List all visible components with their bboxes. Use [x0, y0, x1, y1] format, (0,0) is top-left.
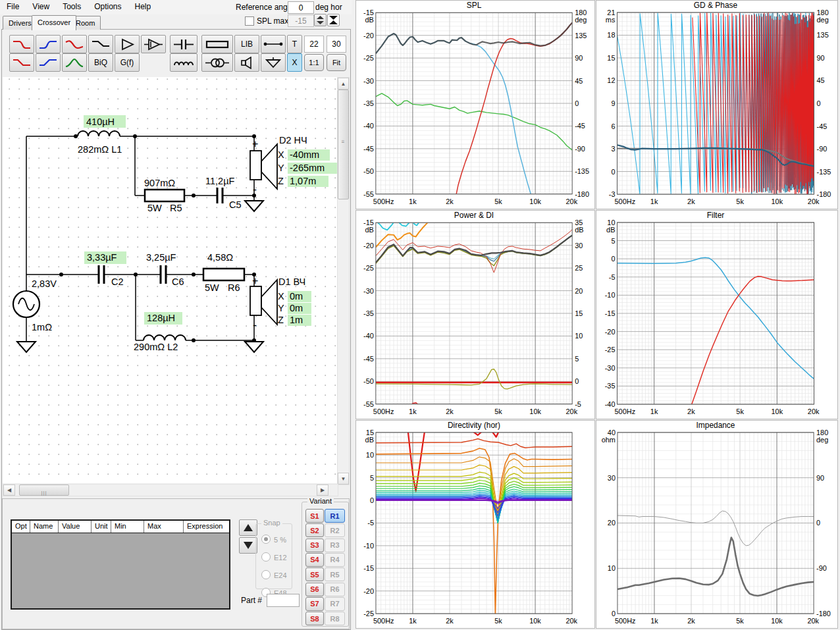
variant-s3-button[interactable]: S3	[305, 538, 324, 552]
tab-crossover[interactable]: Crossover	[32, 15, 76, 30]
variant-r1-button[interactable]: R1	[325, 509, 345, 523]
variant-s5-button[interactable]: S5	[305, 567, 324, 581]
variant-s4-button[interactable]: S4	[305, 553, 324, 567]
variant-s1-button[interactable]: S1	[305, 509, 324, 523]
highpass-button[interactable]	[36, 35, 61, 53]
schematic-vscrollbar[interactable]: ▲ ≡ ▼	[337, 77, 350, 485]
opamp-button[interactable]	[141, 35, 166, 53]
schematic-canvas[interactable]: 410µH 282mΩ L1 907mΩ 5W R5 11,2µF C5 + -…	[3, 77, 337, 483]
variant-r3-button[interactable]: R3	[325, 538, 345, 552]
biquad-button[interactable]: BiQ	[88, 53, 113, 72]
vscroll-thumb[interactable]: ≡	[338, 90, 349, 199]
left-tick: -35	[605, 382, 616, 390]
chart-title: Impedance	[696, 421, 735, 430]
d1-x-value: 0m	[290, 291, 303, 302]
resistor-r5[interactable]	[145, 190, 184, 201]
left-tick: 5	[611, 237, 615, 245]
spl-max-checkbox[interactable]	[245, 16, 254, 26]
zoom-1to1-button[interactable]: 1:1	[304, 54, 324, 71]
variant-s6-button[interactable]: S6	[305, 583, 324, 596]
x-tick: 5k	[736, 407, 744, 415]
reference-angle-input[interactable]	[288, 1, 314, 14]
d2-title: D2 НЧ	[279, 135, 307, 145]
driver-button[interactable]	[234, 53, 259, 72]
d2-y-label: Y	[278, 163, 284, 173]
delete-tool-button[interactable]: X	[287, 53, 302, 72]
inductor-button[interactable]	[170, 53, 197, 72]
move-down-button[interactable]	[239, 537, 257, 554]
x-tick: 10k	[772, 407, 783, 415]
component-table[interactable]: OptNameValueUnitMinMaxExpression	[11, 519, 230, 610]
snap-radio-5%[interactable]	[261, 535, 271, 544]
variant-r6-button[interactable]: R6	[325, 583, 345, 596]
left-tick: -10	[363, 542, 374, 550]
shelf-button[interactable]	[88, 35, 113, 53]
amplifier-button[interactable]	[115, 35, 140, 53]
variant-s8-button[interactable]: S8	[305, 612, 324, 625]
chart-title: GD & Phase	[694, 1, 738, 10]
voltage-source[interactable]	[13, 291, 39, 317]
peak-eq-button[interactable]	[62, 53, 87, 72]
left-tick: 9	[611, 99, 615, 107]
x-tick: 2k	[687, 617, 695, 625]
variant-r8-button[interactable]: R8	[325, 612, 345, 625]
scroll-right-button[interactable]: ▶	[317, 485, 328, 496]
left-tick: -15	[605, 309, 616, 317]
text-tool-button[interactable]: T	[287, 35, 302, 53]
chart-title: SPL	[467, 1, 482, 10]
x-tick: 20k	[565, 617, 577, 625]
d1-title: D1 ВЧ	[278, 276, 305, 287]
right-axis-unit: deg	[575, 16, 587, 24]
grid-size-input[interactable]: 22	[304, 36, 324, 53]
wire-button[interactable]	[261, 35, 286, 53]
x-tick: 10k	[529, 197, 541, 205]
spin-updown-button[interactable]	[314, 14, 327, 26]
lowshelf-button[interactable]	[9, 53, 34, 72]
resistor-button[interactable]	[201, 35, 233, 53]
variant-s7-button[interactable]: S7	[305, 597, 324, 611]
left-tick: -20	[605, 328, 616, 336]
scroll-down-button[interactable]: ▼	[338, 473, 349, 485]
lowpass-button[interactable]	[9, 35, 34, 53]
font-size-input[interactable]: 30	[327, 36, 346, 53]
part-number-input[interactable]	[267, 594, 300, 607]
x-tick: 500Hz	[373, 617, 394, 625]
left-tick: -35	[363, 309, 374, 317]
series-bundle-teal	[376, 235, 572, 263]
menu-item-options[interactable]: Options	[88, 0, 128, 13]
variant-r4-button[interactable]: R4	[325, 553, 345, 567]
scroll-up-button[interactable]: ▲	[338, 78, 349, 90]
ground-button[interactable]	[261, 53, 286, 72]
bandpass-button[interactable]	[62, 35, 87, 53]
menu-item-file[interactable]: File	[0, 0, 26, 13]
variant-s2-button[interactable]: S2	[305, 523, 324, 537]
transformer-button[interactable]	[201, 53, 233, 72]
capacitor-button[interactable]	[170, 35, 197, 53]
x-tick: 5k	[736, 617, 744, 625]
left-tick: -50	[363, 377, 374, 385]
resistor-r6[interactable]	[203, 269, 244, 280]
zoom-fit-button[interactable]: Fit	[327, 54, 346, 71]
snap-radio-E12[interactable]	[261, 552, 271, 562]
schematic-hscrollbar[interactable]: ◀ ||| ▶	[3, 484, 338, 496]
variant-r5-button[interactable]: R5	[325, 567, 345, 581]
menu-item-help[interactable]: Help	[128, 0, 158, 13]
left-tick: -30	[605, 364, 616, 372]
app-window: FileViewToolsOptionsHelp Reference angle…	[0, 0, 840, 630]
highshelf-button[interactable]	[36, 53, 61, 72]
fit-vertical-button[interactable]	[327, 14, 340, 26]
variant-r2-button[interactable]: R2	[325, 523, 345, 537]
library-button[interactable]: LIB	[234, 35, 259, 53]
menu-item-view[interactable]: View	[26, 0, 56, 13]
lowshelf-icon	[12, 57, 32, 69]
gain-function-button[interactable]: G(f)	[115, 53, 140, 72]
scroll-left-button[interactable]: ◀	[3, 485, 15, 496]
variant-r7-button[interactable]: R7	[325, 597, 345, 611]
move-up-button[interactable]	[239, 519, 257, 536]
left-axis-unit: ms	[606, 16, 616, 24]
right-tick: 90	[575, 54, 583, 62]
menu-item-tools[interactable]: Tools	[56, 0, 88, 13]
left-axis-unit: dB	[606, 226, 615, 234]
snap-radio-E24[interactable]	[261, 570, 271, 579]
hscroll-thumb[interactable]: |||	[19, 485, 69, 496]
